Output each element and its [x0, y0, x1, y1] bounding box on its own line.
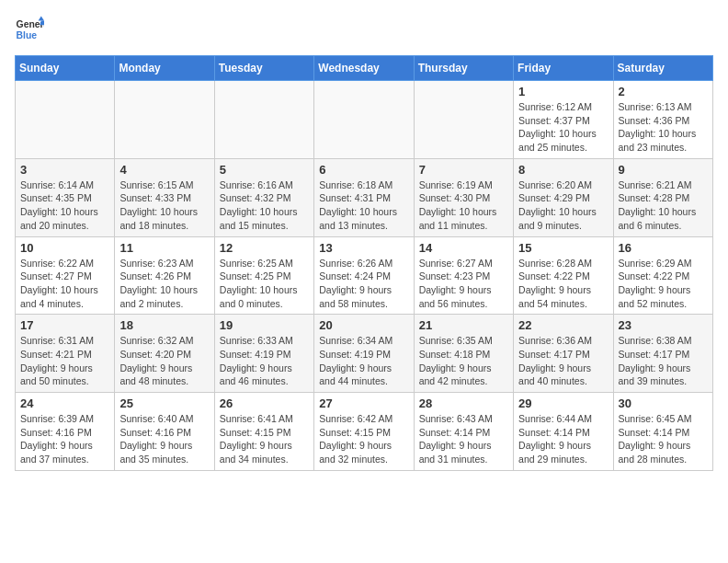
calendar-cell: 26Sunrise: 6:41 AM Sunset: 4:15 PM Dayli…: [214, 393, 313, 471]
header-row: SundayMondayTuesdayWednesdayThursdayFrid…: [16, 56, 713, 81]
day-info: Sunrise: 6:41 AM Sunset: 4:15 PM Dayligh…: [220, 412, 309, 466]
calendar-cell: 15Sunrise: 6:28 AM Sunset: 4:22 PM Dayli…: [514, 236, 613, 315]
calendar-cell: 16Sunrise: 6:29 AM Sunset: 4:22 PM Dayli…: [613, 236, 712, 315]
day-info: Sunrise: 6:43 AM Sunset: 4:14 PM Dayligh…: [419, 412, 508, 466]
day-number: 8: [518, 163, 608, 177]
calendar-cell: 20Sunrise: 6:34 AM Sunset: 4:19 PM Dayli…: [314, 315, 414, 393]
day-number: 1: [518, 85, 608, 98]
day-info: Sunrise: 6:14 AM Sunset: 4:35 PM Dayligh…: [20, 178, 109, 233]
logo-icon: General Blue: [15, 15, 44, 44]
svg-text:Blue: Blue: [17, 30, 38, 40]
day-number: 13: [319, 241, 408, 255]
calendar-cell: 25Sunrise: 6:40 AM Sunset: 4:16 PM Dayli…: [115, 393, 214, 471]
calendar-cell: 9Sunrise: 6:21 AM Sunset: 4:28 PM Daylig…: [613, 158, 712, 236]
day-number: 28: [419, 396, 508, 410]
day-info: Sunrise: 6:15 AM Sunset: 4:33 PM Dayligh…: [119, 178, 209, 233]
calendar-cell: 23Sunrise: 6:38 AM Sunset: 4:17 PM Dayli…: [613, 315, 712, 393]
logo: General Blue: [15, 15, 44, 44]
calendar-cell: 17Sunrise: 6:31 AM Sunset: 4:21 PM Dayli…: [16, 315, 115, 393]
day-number: 9: [619, 163, 708, 177]
week-row: 3Sunrise: 6:14 AM Sunset: 4:35 PM Daylig…: [16, 158, 713, 236]
day-number: 27: [319, 396, 408, 410]
day-number: 2: [619, 85, 708, 98]
calendar-cell: 7Sunrise: 6:19 AM Sunset: 4:30 PM Daylig…: [414, 158, 513, 236]
day-info: Sunrise: 6:34 AM Sunset: 4:19 PM Dayligh…: [319, 334, 408, 388]
calendar-cell: 22Sunrise: 6:36 AM Sunset: 4:17 PM Dayli…: [514, 315, 613, 393]
day-info: Sunrise: 6:27 AM Sunset: 4:23 PM Dayligh…: [419, 257, 508, 311]
calendar-cell: 3Sunrise: 6:14 AM Sunset: 4:35 PM Daylig…: [16, 158, 115, 236]
day-number: 3: [20, 163, 109, 177]
day-info: Sunrise: 6:35 AM Sunset: 4:18 PM Dayligh…: [419, 334, 508, 388]
day-number: 24: [20, 396, 109, 410]
calendar-cell: 28Sunrise: 6:43 AM Sunset: 4:14 PM Dayli…: [414, 393, 513, 471]
day-info: Sunrise: 6:45 AM Sunset: 4:14 PM Dayligh…: [619, 412, 708, 466]
day-info: Sunrise: 6:42 AM Sunset: 4:15 PM Dayligh…: [319, 412, 408, 466]
day-info: Sunrise: 6:33 AM Sunset: 4:19 PM Dayligh…: [220, 334, 309, 388]
calendar-cell: 10Sunrise: 6:22 AM Sunset: 4:27 PM Dayli…: [16, 236, 115, 315]
day-number: 11: [119, 241, 209, 255]
col-header-monday: Monday: [115, 56, 214, 81]
day-number: 4: [119, 163, 209, 177]
day-number: 14: [419, 241, 508, 255]
calendar-cell: [414, 81, 513, 159]
day-number: 26: [220, 396, 309, 410]
day-info: Sunrise: 6:44 AM Sunset: 4:14 PM Dayligh…: [518, 412, 608, 466]
calendar-cell: [314, 81, 414, 159]
day-info: Sunrise: 6:40 AM Sunset: 4:16 PM Dayligh…: [119, 412, 209, 466]
calendar-cell: 13Sunrise: 6:26 AM Sunset: 4:24 PM Dayli…: [314, 236, 414, 315]
day-info: Sunrise: 6:19 AM Sunset: 4:30 PM Dayligh…: [419, 178, 508, 233]
calendar-cell: 11Sunrise: 6:23 AM Sunset: 4:26 PM Dayli…: [115, 236, 214, 315]
day-number: 7: [419, 163, 508, 177]
week-row: 10Sunrise: 6:22 AM Sunset: 4:27 PM Dayli…: [16, 236, 713, 315]
col-header-friday: Friday: [514, 56, 613, 81]
day-number: 17: [20, 318, 109, 332]
day-info: Sunrise: 6:29 AM Sunset: 4:22 PM Dayligh…: [619, 257, 708, 311]
day-number: 6: [319, 163, 408, 177]
calendar-cell: 14Sunrise: 6:27 AM Sunset: 4:23 PM Dayli…: [414, 236, 513, 315]
calendar-cell: [115, 81, 214, 159]
day-number: 15: [518, 241, 608, 255]
day-number: 5: [220, 163, 309, 177]
week-row: 17Sunrise: 6:31 AM Sunset: 4:21 PM Dayli…: [16, 315, 713, 393]
day-info: Sunrise: 6:13 AM Sunset: 4:36 PM Dayligh…: [619, 100, 708, 155]
day-number: 25: [119, 396, 209, 410]
col-header-wednesday: Wednesday: [314, 56, 414, 81]
calendar-cell: 30Sunrise: 6:45 AM Sunset: 4:14 PM Dayli…: [613, 393, 712, 471]
day-number: 12: [220, 241, 309, 255]
calendar-cell: 12Sunrise: 6:25 AM Sunset: 4:25 PM Dayli…: [214, 236, 313, 315]
calendar-cell: [214, 81, 313, 159]
day-info: Sunrise: 6:32 AM Sunset: 4:20 PM Dayligh…: [119, 334, 209, 388]
day-number: 16: [619, 241, 708, 255]
calendar-cell: 6Sunrise: 6:18 AM Sunset: 4:31 PM Daylig…: [314, 158, 414, 236]
calendar-cell: 24Sunrise: 6:39 AM Sunset: 4:16 PM Dayli…: [16, 393, 115, 471]
day-info: Sunrise: 6:31 AM Sunset: 4:21 PM Dayligh…: [20, 334, 109, 388]
day-info: Sunrise: 6:21 AM Sunset: 4:28 PM Dayligh…: [619, 178, 708, 233]
col-header-thursday: Thursday: [414, 56, 513, 81]
day-info: Sunrise: 6:25 AM Sunset: 4:25 PM Dayligh…: [220, 257, 309, 311]
calendar-cell: 18Sunrise: 6:32 AM Sunset: 4:20 PM Dayli…: [115, 315, 214, 393]
day-info: Sunrise: 6:38 AM Sunset: 4:17 PM Dayligh…: [619, 334, 708, 388]
day-number: 22: [518, 318, 608, 332]
calendar-cell: 8Sunrise: 6:20 AM Sunset: 4:29 PM Daylig…: [514, 158, 613, 236]
calendar-cell: 19Sunrise: 6:33 AM Sunset: 4:19 PM Dayli…: [214, 315, 313, 393]
day-info: Sunrise: 6:36 AM Sunset: 4:17 PM Dayligh…: [518, 334, 608, 388]
day-info: Sunrise: 6:28 AM Sunset: 4:22 PM Dayligh…: [518, 257, 608, 311]
calendar-cell: 29Sunrise: 6:44 AM Sunset: 4:14 PM Dayli…: [514, 393, 613, 471]
calendar-cell: 5Sunrise: 6:16 AM Sunset: 4:32 PM Daylig…: [214, 158, 313, 236]
day-number: 10: [20, 241, 109, 255]
day-number: 21: [419, 318, 508, 332]
day-info: Sunrise: 6:20 AM Sunset: 4:29 PM Dayligh…: [518, 178, 608, 233]
col-header-sunday: Sunday: [16, 56, 115, 81]
day-info: Sunrise: 6:39 AM Sunset: 4:16 PM Dayligh…: [20, 412, 109, 466]
header: General Blue: [15, 15, 713, 44]
col-header-saturday: Saturday: [613, 56, 712, 81]
day-info: Sunrise: 6:26 AM Sunset: 4:24 PM Dayligh…: [319, 257, 408, 311]
day-number: 23: [619, 318, 708, 332]
svg-marker-2: [39, 17, 44, 21]
day-info: Sunrise: 6:23 AM Sunset: 4:26 PM Dayligh…: [119, 257, 209, 311]
calendar-cell: 4Sunrise: 6:15 AM Sunset: 4:33 PM Daylig…: [115, 158, 214, 236]
day-number: 30: [619, 396, 708, 410]
calendar-cell: 1Sunrise: 6:12 AM Sunset: 4:37 PM Daylig…: [514, 81, 613, 159]
day-number: 19: [220, 318, 309, 332]
col-header-tuesday: Tuesday: [214, 56, 313, 81]
